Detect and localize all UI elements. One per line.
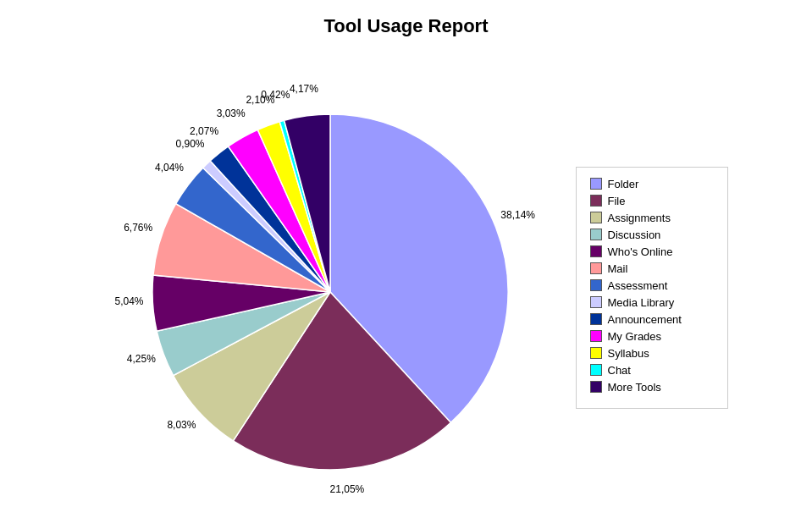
legend-label: Folder (608, 178, 639, 190)
legend-label: Media Library (608, 296, 675, 309)
legend-swatch (590, 262, 602, 274)
legend-swatch (590, 364, 602, 376)
legend-swatch (590, 296, 602, 308)
legend-label: Discussion (608, 229, 661, 241)
legend-item: Media Library (590, 296, 714, 309)
chart-body: 38,14%21,05%8,03%4,25%5,04%6,76%4,04%0,9… (0, 46, 812, 529)
legend-label: More Tools (608, 381, 661, 394)
legend-area: FolderFileAssignmentsDiscussionWho's Onl… (576, 167, 728, 409)
legend-swatch (590, 330, 602, 342)
legend-label: Mail (608, 262, 628, 275)
legend-item: File (590, 195, 714, 207)
legend-label: My Grades (608, 330, 662, 343)
legend-swatch (590, 178, 602, 190)
legend-label: Chat (608, 364, 631, 377)
pie-label-medialibrary: 0,90% (175, 137, 204, 149)
legend-swatch (590, 245, 602, 257)
legend-item: My Grades (590, 330, 714, 343)
legend-label: Announcement (608, 313, 682, 326)
legend-item: Assessment (590, 279, 714, 292)
legend-label: Who's Online (608, 245, 673, 258)
legend-swatch (590, 381, 602, 393)
legend-swatch (590, 229, 602, 240)
legend-swatch (590, 195, 602, 207)
pie-label-assessment: 4,04% (155, 161, 184, 173)
legend-item: Who's Online (590, 245, 714, 258)
legend-swatch (590, 313, 602, 325)
pie-label-file: 21,05% (329, 483, 364, 495)
pie-label-mygrades: 3,03% (216, 107, 245, 118)
legend-label: Assignments (608, 212, 671, 224)
pie-label-assignments: 8,03% (167, 418, 196, 430)
pie-label-folder: 38,14% (500, 209, 535, 221)
legend-item: Assignments (590, 212, 714, 224)
pie-label-mail: 6,76% (124, 222, 152, 234)
legend-item: Discussion (590, 229, 714, 241)
legend-swatch (590, 212, 602, 223)
chart-title: Tool Usage Report (324, 15, 489, 37)
pie-label-announcement: 2,07% (190, 125, 218, 137)
legend-item: Folder (590, 178, 714, 190)
pie-label-discussion: 4,25% (126, 352, 155, 364)
pie-label-moretools: 4,17% (289, 83, 318, 95)
pie-label-whosonline: 5,04% (114, 295, 143, 307)
legend-item: Chat (590, 364, 714, 377)
legend-item: More Tools (590, 381, 714, 394)
legend-swatch (590, 279, 602, 291)
pie-label-chat: 0,42% (261, 88, 290, 100)
pie-chart-svg: 38,14%21,05%8,03%4,25%5,04%6,76%4,04%0,9… (85, 68, 576, 499)
chart-container: Tool Usage Report 38,14%21,05%8,03%4,25%… (0, 0, 812, 529)
legend-item: Syllabus (590, 347, 714, 360)
legend-item: Mail (590, 262, 714, 275)
legend-label: Assessment (608, 279, 668, 292)
legend-swatch (590, 347, 602, 359)
legend-item: Announcement (590, 313, 714, 326)
legend-label: File (608, 195, 626, 207)
legend-label: Syllabus (608, 347, 649, 360)
pie-area: 38,14%21,05%8,03%4,25%5,04%6,76%4,04%0,9… (85, 68, 576, 508)
